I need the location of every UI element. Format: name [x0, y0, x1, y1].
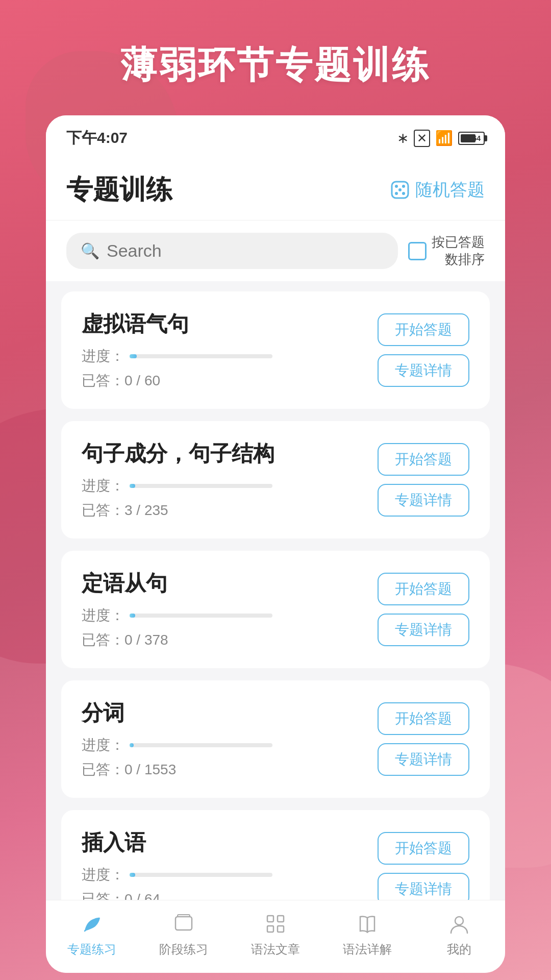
svg-rect-8 [267, 916, 273, 922]
sort-checkbox[interactable] [408, 242, 427, 260]
topic-answered: 已答：3 / 235 [82, 501, 367, 520]
app-header: 专题训练 随机答题 [46, 157, 505, 220]
layers-icon [170, 911, 197, 937]
start-answer-button[interactable]: 开始答题 [378, 702, 469, 735]
topic-actions: 开始答题 专题详情 [378, 832, 469, 900]
page-title: 薄弱环节专题训练 [120, 41, 431, 90]
progress-bar-bg [130, 743, 272, 747]
topic-card: 定语从句 进度： 已答：0 / 378 开始答题 专题详情 [61, 551, 490, 668]
dice-icon [390, 180, 410, 200]
topic-progress-row: 进度： [82, 606, 367, 625]
start-answer-button[interactable]: 开始答题 [378, 443, 469, 476]
nav-label: 阶段练习 [159, 941, 208, 958]
progress-label: 进度： [82, 865, 124, 885]
topic-detail-button[interactable]: 专题详情 [378, 873, 469, 900]
svg-rect-6 [176, 917, 192, 930]
wifi-icon: 📶 [435, 130, 453, 146]
topic-card: 插入语 进度： 已答：0 / 64 开始答题 专题详情 [61, 810, 490, 900]
sort-label: 按已答题 数排序 [432, 234, 485, 268]
topic-info: 句子成分，句子结构 进度： 已答：3 / 235 [82, 439, 367, 520]
topic-answered: 已答：0 / 60 [82, 371, 367, 390]
start-answer-button[interactable]: 开始答题 [378, 573, 469, 605]
topic-info: 定语从句 进度： 已答：0 / 378 [82, 569, 367, 650]
topic-name: 定语从句 [82, 569, 367, 598]
topic-actions: 开始答题 专题详情 [378, 313, 469, 387]
topic-card: 虚拟语气句 进度： 已答：0 / 60 开始答题 专题详情 [61, 291, 490, 409]
progress-label: 进度： [82, 736, 124, 755]
svg-rect-11 [278, 926, 284, 932]
topic-name: 分词 [82, 699, 367, 727]
progress-bar-bg [130, 873, 272, 877]
progress-bar-bg [130, 484, 272, 488]
leaf-icon [81, 913, 103, 935]
grid-icon [264, 913, 287, 935]
nav-item-语法详解[interactable]: 语法详解 [337, 911, 398, 958]
topic-name: 虚拟语气句 [82, 310, 367, 338]
topic-info: 插入语 进度： 已答：0 / 64 [82, 828, 367, 900]
svg-point-12 [455, 917, 463, 925]
app-title: 专题训练 [66, 172, 172, 208]
random-answer-button[interactable]: 随机答题 [390, 178, 485, 202]
progress-bar-fill [130, 354, 137, 358]
user-icon [446, 911, 472, 937]
search-icon: 🔍 [81, 242, 99, 260]
svg-point-3 [398, 188, 402, 191]
svg-rect-10 [267, 926, 273, 932]
svg-point-5 [402, 192, 405, 195]
topic-info: 虚拟语气句 进度： 已答：0 / 60 [82, 310, 367, 390]
nav-item-阶段练习[interactable]: 阶段练习 [153, 911, 214, 958]
nav-item-我的[interactable]: 我的 [429, 911, 490, 958]
topic-name: 插入语 [82, 828, 367, 857]
topic-detail-button[interactable]: 专题详情 [378, 614, 469, 646]
phone-card: 下午4:07 ∗ ✕ 📶 64 专题训练 [46, 115, 505, 973]
topic-card: 句子成分，句子结构 进度： 已答：3 / 235 开始答题 专题详情 [61, 421, 490, 538]
start-answer-button[interactable]: 开始答题 [378, 832, 469, 865]
topic-progress-row: 进度： [82, 865, 367, 885]
book-icon [356, 913, 379, 935]
topic-detail-button[interactable]: 专题详情 [378, 743, 469, 776]
user-icon [448, 913, 470, 935]
topic-answered: 已答：0 / 378 [82, 630, 367, 650]
topic-answered: 已答：0 / 64 [82, 890, 367, 900]
status-icons: ∗ ✕ 📶 64 [397, 130, 485, 147]
topic-card: 分词 进度： 已答：0 / 1553 开始答题 专题详情 [61, 680, 490, 798]
topic-detail-button[interactable]: 专题详情 [378, 354, 469, 387]
nav-label: 语法文章 [251, 941, 300, 958]
nav-label: 我的 [447, 941, 471, 958]
progress-label: 进度： [82, 476, 124, 496]
progress-bar-fill [130, 873, 135, 877]
progress-label: 进度： [82, 347, 124, 366]
status-bar: 下午4:07 ∗ ✕ 📶 64 [46, 115, 505, 157]
search-input[interactable] [107, 241, 384, 261]
bluetooth-icon: ∗ [397, 130, 409, 146]
progress-label: 进度： [82, 606, 124, 625]
topic-answered: 已答：0 / 1553 [82, 760, 367, 779]
nav-item-专题练习[interactable]: 专题练习 [61, 911, 122, 958]
battery-icon: 64 [458, 132, 485, 145]
content-scroll: 虚拟语气句 进度： 已答：0 / 60 开始答题 专题详情 句子成分，句子结构 … [46, 281, 505, 900]
nav-item-语法文章[interactable]: 语法文章 [245, 911, 306, 958]
leaf-icon [79, 911, 105, 937]
svg-point-1 [395, 185, 398, 188]
random-btn-label: 随机答题 [415, 178, 485, 202]
progress-bar-bg [130, 614, 272, 618]
topic-progress-row: 进度： [82, 347, 367, 366]
search-bar: 🔍 [66, 233, 398, 269]
topic-progress-row: 进度： [82, 476, 367, 496]
svg-rect-7 [178, 915, 190, 917]
status-time: 下午4:07 [66, 128, 128, 149]
progress-bar-fill [130, 614, 135, 618]
topic-actions: 开始答题 专题详情 [378, 702, 469, 776]
topic-actions: 开始答题 专题详情 [378, 573, 469, 646]
search-area: 🔍 按已答题 数排序 [46, 220, 505, 281]
svg-rect-9 [278, 916, 284, 922]
topic-name: 句子成分，句子结构 [82, 439, 367, 468]
progress-bar-bg [130, 354, 272, 358]
sort-checkbox-row[interactable]: 按已答题 数排序 [408, 234, 485, 268]
bottom-nav: 专题练习 阶段练习 语法文章 语法详解 我的 [46, 900, 505, 973]
topic-info: 分词 进度： 已答：0 / 1553 [82, 699, 367, 779]
battery-level: 64 [472, 134, 481, 142]
layers-icon [172, 913, 195, 935]
topic-detail-button[interactable]: 专题详情 [378, 484, 469, 517]
start-answer-button[interactable]: 开始答题 [378, 313, 469, 346]
